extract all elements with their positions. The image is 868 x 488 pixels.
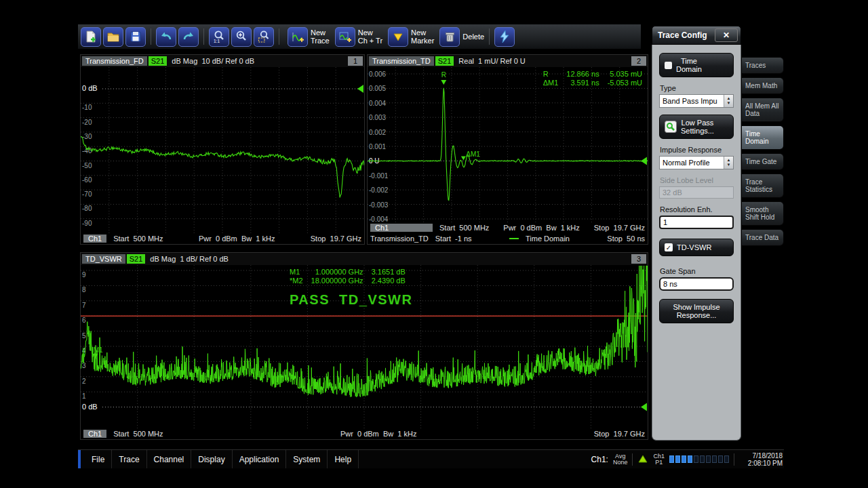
- progress-block: [669, 455, 674, 463]
- svg-text:2: 2: [82, 378, 86, 385]
- channel-badge[interactable]: Ch1: [370, 224, 433, 232]
- zoom-in-button[interactable]: [231, 27, 252, 47]
- svg-text:0 dB: 0 dB: [82, 403, 98, 411]
- new-recall-set-button[interactable]: [81, 27, 101, 47]
- vswr-plot-area[interactable]: 987654321M10 dB M11.000000 GHz3.1651 dB …: [81, 265, 648, 428]
- low-pass-settings-button[interactable]: Low Pass Settings...: [659, 115, 734, 139]
- tab-trace-statistics[interactable]: Trace Statistics: [742, 174, 784, 198]
- preset-button[interactable]: [494, 27, 515, 47]
- diagram-number-badge[interactable]: 1: [348, 56, 363, 66]
- svg-text:1: 1: [82, 392, 86, 400]
- svg-text:0.006: 0.006: [369, 70, 386, 78]
- new-trace-button[interactable]: New Trace: [288, 27, 330, 47]
- chart-fd-footer: Ch1 Start 500 MHz Pwr 0 dBm Bw 1 kHz Sto…: [81, 233, 364, 244]
- td-plot-area[interactable]: 0.0060.0050.0040.0030.0020.0010 U-0.001-…: [368, 67, 648, 222]
- menu-item-trace[interactable]: Trace: [112, 450, 146, 468]
- new-channel-trace-label: New Ch + Tr: [358, 28, 382, 45]
- impulse-response-select[interactable]: Normal Profile ▲ ▼: [659, 156, 734, 169]
- svg-text:0.003: 0.003: [369, 114, 386, 121]
- tab-trace-data[interactable]: Trace Data: [742, 229, 784, 246]
- open-recall-button[interactable]: [103, 27, 123, 47]
- menu-item-system[interactable]: System: [286, 450, 328, 468]
- menu-item-application[interactable]: Application: [233, 450, 287, 468]
- channel-badge[interactable]: Ch1: [83, 235, 106, 243]
- toggle-indicator-icon: [665, 62, 672, 69]
- undo-arrow-icon: [159, 30, 173, 43]
- fd-plot-area[interactable]: -10-20-30-40-50-60-70-80-900 dB: [81, 67, 364, 233]
- tab-all-mem-all-data[interactable]: All Mem All Data: [742, 98, 784, 122]
- impulse-response-spinner[interactable]: ▲ ▼: [724, 157, 733, 169]
- trace-name-badge[interactable]: Transmission_TD: [369, 56, 434, 66]
- delete-button[interactable]: Delete: [439, 27, 484, 47]
- chart-vswr-header: TD_VSWR S21 dB Mag 1 dB/ Ref 0 dB 3: [81, 253, 648, 265]
- gate-span-input[interactable]: 8 ns: [659, 277, 734, 291]
- menu-item-channel[interactable]: Channel: [147, 450, 192, 468]
- svg-text:-90: -90: [82, 220, 92, 227]
- menu-item-help[interactable]: Help: [328, 450, 359, 468]
- zoom-select-button[interactable]: [254, 27, 274, 47]
- toolbar: 1:1: [78, 24, 641, 49]
- tab-time-domain[interactable]: Time Domain: [742, 125, 784, 150]
- trace-name-badge[interactable]: Transmission_FD: [82, 56, 147, 66]
- svg-text:1:1: 1:1: [214, 39, 220, 43]
- svg-text:M1: M1: [94, 346, 103, 354]
- status-separator: [734, 453, 734, 466]
- resolution-enhancement-input[interactable]: 1: [659, 216, 734, 229]
- zoom-1to1-button[interactable]: 1:1: [209, 27, 229, 47]
- side-lobe-level-field: 32 dB: [659, 186, 734, 199]
- type-select[interactable]: Band Pass Impu ▲ ▼: [659, 94, 734, 108]
- trace-config-window: Trace Config ✕ Time Domain Type Band Pas…: [652, 26, 741, 441]
- power-bandwidth-label: Pwr 0 dBm Bw 1 kHz: [340, 430, 416, 438]
- lightning-icon: [498, 30, 511, 43]
- svg-text:-80: -80: [82, 205, 92, 212]
- start-frequency-label: Start 500 MHz: [439, 224, 489, 232]
- chart-fd-header: Transmission_FD S21 dB Mag 10 dB/ Ref 0 …: [81, 55, 364, 67]
- redo-button[interactable]: [178, 27, 199, 47]
- trace-config-titlebar[interactable]: Trace Config ✕: [652, 26, 741, 45]
- close-button[interactable]: ✕: [715, 28, 738, 42]
- tab-traces[interactable]: Traces: [742, 57, 784, 74]
- power-bandwidth-label: Pwr 0 dBm Bw 1 kHz: [199, 235, 275, 243]
- save-button[interactable]: [125, 27, 146, 47]
- svg-text:7: 7: [82, 302, 86, 309]
- sweep-progress-bar: [669, 455, 729, 463]
- sweep-indicator-icon: [637, 454, 648, 464]
- svg-text:9: 9: [82, 271, 86, 279]
- td-vswr-checkbox[interactable]: ✓ TD-VSWR: [659, 239, 734, 256]
- progress-block: [706, 455, 711, 463]
- diagram-number-badge[interactable]: 2: [631, 56, 646, 66]
- menubar-items: FileTraceChannelDisplayApplicationSystem…: [85, 450, 359, 468]
- tab-mem-math[interactable]: Mem Math: [742, 77, 784, 94]
- show-impulse-response-button[interactable]: Show Impulse Response...: [659, 299, 734, 323]
- file-plus-icon: [84, 30, 98, 43]
- menu-item-display[interactable]: Display: [191, 450, 232, 468]
- tab-time-gate[interactable]: Time Gate: [742, 153, 784, 170]
- active-channel-label: Ch1:: [591, 455, 608, 464]
- tab-smooth-shift-hold[interactable]: Smooth Shift Hold: [742, 201, 784, 226]
- svg-text:6: 6: [82, 317, 86, 324]
- svg-text:-60: -60: [82, 176, 92, 184]
- trace-plus-icon: [291, 30, 304, 43]
- svg-text:-30: -30: [82, 133, 92, 140]
- trace-format-label: dB Mag 1 dB/ Ref 0 dB: [150, 255, 229, 263]
- trace-format-label: dB Mag 10 dB/ Ref 0 dB: [172, 57, 254, 65]
- undo-button[interactable]: [156, 27, 176, 47]
- toolbar-separator: [489, 28, 490, 45]
- trace-config-title: Trace Config: [658, 30, 707, 40]
- type-spinner[interactable]: ▲ ▼: [724, 95, 733, 107]
- datetime-display: 7/18/2018 2:08:10 PM: [739, 452, 783, 467]
- stop-frequency-label: Stop 19.7 GHz: [594, 430, 645, 438]
- new-channel-trace-button[interactable]: New Ch + Tr: [335, 27, 382, 47]
- trace-name-badge[interactable]: TD_VSWR: [82, 254, 125, 264]
- menu-item-file[interactable]: File: [85, 450, 112, 468]
- progress-block: [682, 455, 686, 463]
- chart-transmission-fd: Transmission_FD S21 dB Mag 10 dB/ Ref 0 …: [80, 54, 365, 245]
- new-marker-button[interactable]: New Marker: [388, 27, 434, 47]
- s-parameter-badge: S21: [149, 56, 167, 66]
- time-domain-toggle-button[interactable]: Time Domain: [659, 53, 734, 77]
- diagram-number-badge[interactable]: 3: [631, 254, 646, 264]
- channel-plus-icon: [338, 30, 352, 43]
- chart-td-header: Transmission_TD S21 Real 1 mU/ Ref 0 U 2: [368, 55, 648, 67]
- power-bandwidth-label: Pwr 0 dBm Bw 1 kHz: [503, 224, 579, 232]
- channel-badge[interactable]: Ch1: [83, 430, 106, 438]
